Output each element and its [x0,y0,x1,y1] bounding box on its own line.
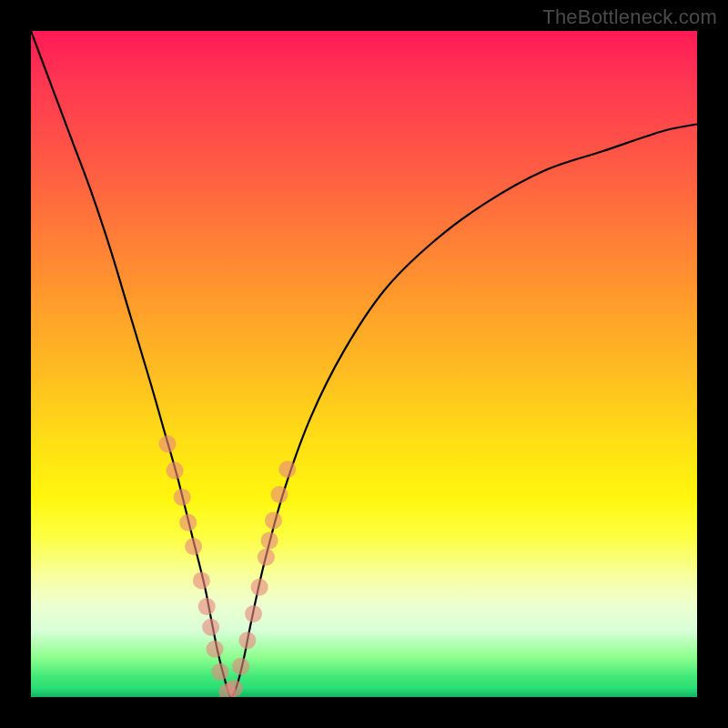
data-point [226,680,243,697]
data-point [258,549,275,566]
data-point [232,658,249,675]
data-point [278,460,296,478]
data-point [251,579,268,596]
watermark-text: TheBottleneck.com [542,5,717,29]
data-point [179,514,197,531]
bottleneck-curve [31,31,697,697]
data-point [159,435,177,452]
data-point [211,663,228,681]
data-point [185,538,202,555]
data-point [167,462,184,480]
data-point [261,531,278,549]
data-point [207,641,224,658]
data-point [265,512,282,530]
data-point [245,605,262,622]
data-point [174,489,191,506]
data-point [198,598,216,615]
data-point [238,632,256,649]
chart-svg [31,31,697,697]
plot-area [31,31,697,697]
scatter-dots [159,435,297,697]
chart-frame: TheBottleneck.com [0,0,728,728]
data-point [193,571,210,589]
data-point [202,619,219,636]
data-point [271,486,288,503]
